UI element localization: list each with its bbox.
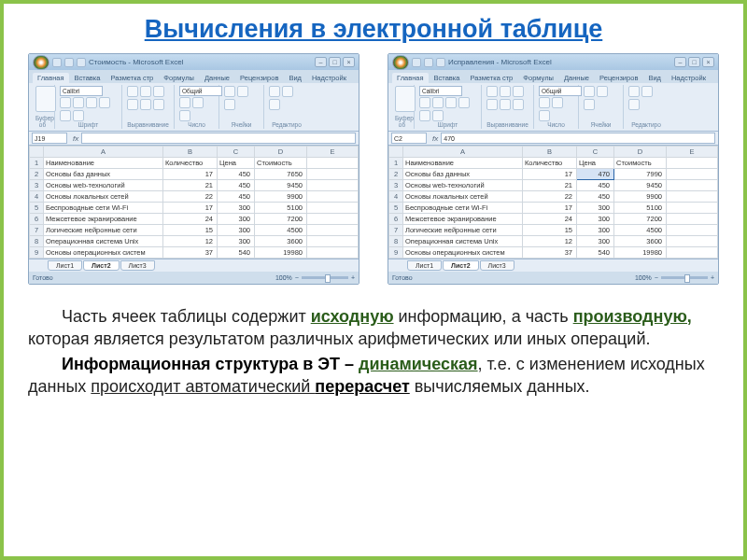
sort-icon[interactable] [641,86,653,97]
italic-icon[interactable] [73,97,84,108]
zoom-control[interactable]: 100%−+ [635,274,714,281]
tab-view[interactable]: Вид [284,73,306,83]
name-box[interactable]: C2 [391,133,427,144]
paste-icon[interactable] [395,86,416,112]
fx-icon[interactable]: fx [432,134,438,143]
tab-layout[interactable]: Разметка стр [465,73,517,83]
align-icon[interactable] [127,86,138,97]
titlebar: Исправления - Microsoft Excel –□× [388,54,718,70]
office-button-icon[interactable] [392,55,409,70]
office-button-icon[interactable] [33,55,49,70]
styles-icon[interactable] [584,86,595,97]
border-icon[interactable] [458,97,470,108]
find-icon[interactable] [628,99,640,110]
align-icon[interactable] [127,99,138,110]
align-icon[interactable] [486,86,498,97]
styles-icon[interactable] [224,86,235,97]
bold-icon[interactable] [419,97,430,108]
number-format[interactable]: Общий [539,86,582,96]
fill-icon[interactable] [419,110,430,121]
tab-insert[interactable]: Вставка [70,73,106,83]
ribbon-tabs[interactable]: Главная Вставка Разметка стр Формулы Дан… [29,70,359,83]
font-color-icon[interactable] [432,110,444,121]
align-icon[interactable] [153,99,164,110]
body-text: Часть ячеек таблицы содержит исходную ин… [28,305,719,398]
tab-layout[interactable]: Разметка стр [106,73,158,83]
tab-formulas[interactable]: Формулы [159,73,199,83]
align-icon[interactable] [500,99,511,110]
quick-access-toolbar[interactable] [52,58,86,67]
sum-icon[interactable] [269,86,280,97]
tab-review[interactable]: Рецензиров [595,73,642,83]
tab-home[interactable]: Главная [392,73,429,83]
tab-data[interactable]: Данные [559,73,594,83]
number-format[interactable]: Общий [179,86,222,96]
window-title: Стоимость - Microsoft Excel [89,58,183,66]
fx-icon[interactable]: fx [73,134,78,143]
sheet-tabs[interactable]: Лист1 Лист2 Лист3 [29,259,359,272]
formula-input[interactable] [81,133,356,144]
tab-addins[interactable]: Надстройк [667,73,711,83]
comma-icon[interactable] [539,110,550,121]
ribbon-tabs[interactable]: Главная Вставка Разметка стр Формулы Дан… [388,70,718,83]
window-title: Исправления - Microsoft Excel [448,58,552,66]
percent-icon[interactable] [552,97,563,108]
spreadsheet-grid[interactable]: ABCDE 1НаименованиеКоличествоЦенаСтоимос… [29,146,359,259]
underline-icon[interactable] [445,97,457,108]
currency-icon[interactable] [179,97,190,108]
tab-view[interactable]: Вид [643,73,666,83]
border-icon[interactable] [99,97,110,108]
titlebar: Стоимость - Microsoft Excel –□× [29,54,359,70]
find-icon[interactable] [269,99,280,110]
minimize-icon: – [674,57,686,67]
selected-cell: 470 [577,169,614,180]
format-icon[interactable] [584,99,595,110]
ribbon: Буфер об CalibriШрифт Выравнивание Общий… [29,83,359,132]
align-icon[interactable] [140,99,151,110]
paste-icon[interactable] [35,86,56,112]
tab-addins[interactable]: Надстройк [307,73,351,83]
format-icon[interactable] [224,99,235,110]
font-select[interactable]: Calibri [419,86,462,96]
align-icon[interactable] [140,86,151,97]
align-icon[interactable] [513,99,524,110]
minimize-icon: – [315,57,327,67]
close-icon: × [702,57,714,67]
name-box[interactable]: J19 [32,133,67,144]
spreadsheet-grid[interactable]: ABCDE 1НаименованиеКоличествоЦенаСтоимос… [388,146,718,259]
underline-icon[interactable] [86,97,97,108]
close-icon: × [343,57,355,67]
screenshots-row: Стоимость - Microsoft Excel –□× Главная … [28,53,719,285]
slide-title: Вычисления в электронной таблице [28,15,719,44]
tab-home[interactable]: Главная [33,73,69,83]
formula-bar: J19 fx [29,132,359,146]
italic-icon[interactable] [432,97,444,108]
percent-icon[interactable] [192,97,204,108]
window-controls[interactable]: –□× [674,57,714,67]
cells-icon[interactable] [597,86,608,97]
align-icon[interactable] [500,86,511,97]
sort-icon[interactable] [282,86,293,97]
status-bar: Готово 100%−+ [29,272,359,284]
font-color-icon[interactable] [73,110,84,121]
sum-icon[interactable] [628,86,640,97]
currency-icon[interactable] [539,97,550,108]
sheet-tabs[interactable]: Лист1 Лист2 Лист3 [388,259,718,272]
cells-icon[interactable] [237,86,248,97]
tab-formulas[interactable]: Формулы [518,73,558,83]
bold-icon[interactable] [60,97,71,108]
window-controls[interactable]: –□× [315,57,355,67]
formula-input[interactable]: 470 [441,133,715,144]
quick-access-toolbar[interactable] [412,58,445,67]
comma-icon[interactable] [179,110,190,121]
fill-icon[interactable] [60,110,71,121]
align-icon[interactable] [486,99,498,110]
align-icon[interactable] [513,86,524,97]
tab-data[interactable]: Данные [200,73,234,83]
font-select[interactable]: Calibri [60,86,103,96]
tab-review[interactable]: Рецензиров [235,73,283,83]
zoom-control[interactable]: 100%−+ [275,274,355,281]
excel-window-right: Исправления - Microsoft Excel –□× Главна… [388,53,719,285]
tab-insert[interactable]: Вставка [430,73,465,83]
align-icon[interactable] [153,86,164,97]
